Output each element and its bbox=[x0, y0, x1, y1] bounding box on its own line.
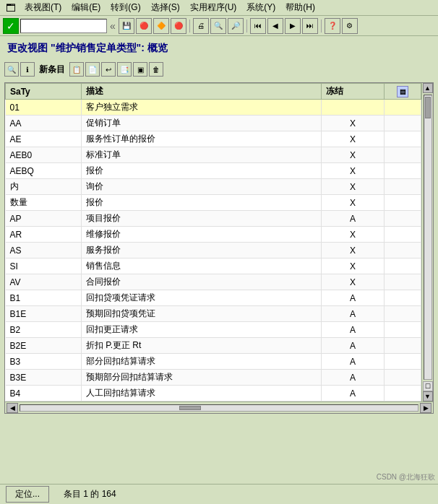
table-row[interactable]: B4人工回扣结算请求A bbox=[6, 386, 421, 401]
table-row[interactable]: AA促销订单X bbox=[6, 116, 421, 131]
cell-flag bbox=[385, 116, 421, 131]
cell-frozen: A bbox=[321, 386, 384, 401]
prev-button[interactable]: ◀ bbox=[267, 18, 283, 34]
file-menu-icon[interactable]: 🗔 bbox=[3, 2, 19, 14]
nav-prev-icon[interactable]: « bbox=[110, 20, 116, 32]
table-row[interactable]: B2E折扣 P.更正 RtA bbox=[6, 338, 421, 354]
shortcut1-button[interactable]: 🔴 bbox=[136, 18, 152, 34]
menu-help[interactable]: 帮助(H) bbox=[281, 1, 319, 14]
cell-desc: 回扣更正请求 bbox=[81, 322, 321, 338]
separator1 bbox=[189, 19, 190, 32]
cell-frozen: X bbox=[321, 195, 384, 211]
cell-flag bbox=[385, 338, 421, 354]
table-row[interactable]: AR维修报价X bbox=[6, 227, 421, 243]
menu-utilities[interactable]: 实用程序(U) bbox=[186, 1, 241, 14]
table-row[interactable]: 数量报价X bbox=[6, 195, 421, 211]
page-title: 更改视图 "维护销售定单类型": 概览 bbox=[4, 40, 434, 56]
horizontal-scrollbar[interactable]: ◀ ▶ bbox=[5, 401, 433, 413]
scroll-track[interactable] bbox=[424, 95, 432, 380]
cell-saty: AR bbox=[6, 227, 82, 243]
horiz-scroll-thumb[interactable] bbox=[179, 406, 201, 410]
vertical-scrollbar[interactable]: ▲ ☐ ▼ bbox=[421, 83, 433, 401]
table-row[interactable]: B1E预期回扣贷项凭证A bbox=[6, 306, 421, 322]
table-row[interactable]: SI销售信息X bbox=[6, 258, 421, 274]
cell-flag bbox=[385, 370, 421, 386]
cell-saty: B3E bbox=[6, 370, 82, 386]
undo-button[interactable]: ↩ bbox=[101, 62, 116, 77]
new-entry-label[interactable]: 新条目 bbox=[39, 64, 65, 76]
next-button[interactable]: ▶ bbox=[285, 18, 301, 34]
info-button[interactable]: ℹ bbox=[20, 62, 35, 77]
cell-desc: 维修报价 bbox=[81, 227, 321, 243]
first-button[interactable]: ⏮ bbox=[250, 18, 266, 34]
delete-button[interactable]: 🗑 bbox=[149, 62, 163, 77]
table-row[interactable]: AE服务性订单的报价X bbox=[6, 131, 421, 147]
find-next-button[interactable]: 🔎 bbox=[228, 18, 244, 34]
cell-frozen: A bbox=[321, 370, 384, 386]
table-row[interactable]: AEBQ报价X bbox=[6, 163, 421, 179]
menu-goto[interactable]: 转到(G) bbox=[106, 1, 145, 14]
table-row[interactable]: AV合同报价X bbox=[6, 274, 421, 290]
menu-select[interactable]: 选择(S) bbox=[147, 1, 184, 14]
table-row[interactable]: 01客户独立需求 bbox=[6, 100, 421, 116]
table-row[interactable]: AP项目报价A bbox=[6, 211, 421, 227]
col-flag[interactable]: ▤ bbox=[385, 84, 421, 100]
cell-desc: 服务性订单的报价 bbox=[81, 131, 321, 147]
save-toolbar-button[interactable]: 💾 bbox=[119, 18, 134, 34]
cell-frozen: X bbox=[321, 179, 384, 195]
scroll-check: ☐ bbox=[423, 381, 433, 391]
cell-saty: B2E bbox=[6, 338, 82, 354]
copy-button[interactable]: 📋 bbox=[69, 62, 84, 77]
menu-view[interactable]: 表视图(T) bbox=[20, 1, 66, 14]
cell-saty: AS bbox=[6, 243, 82, 258]
copy2-button[interactable]: 📄 bbox=[85, 62, 100, 77]
ref-button[interactable]: 📑 bbox=[117, 62, 132, 77]
print-button[interactable]: 🖨 bbox=[193, 18, 209, 34]
scroll-right-button[interactable]: ▶ bbox=[420, 403, 431, 413]
scroll-thumb[interactable] bbox=[425, 97, 431, 118]
scroll-left-button[interactable]: ◀ bbox=[7, 403, 18, 413]
last-button[interactable]: ⏭ bbox=[302, 18, 318, 34]
table-row[interactable]: 内询价X bbox=[6, 179, 421, 195]
main-toolbar: ✓ « 💾 🔴 🔶 🔴 🖨 🔍 🔎 ⏮ ◀ ▶ ⏭ ❓ ⚙ bbox=[0, 16, 438, 36]
col-desc: 描述 bbox=[81, 84, 321, 100]
find-button[interactable]: 🔍 bbox=[210, 18, 226, 34]
menu-system[interactable]: 系统(Y) bbox=[242, 1, 280, 14]
position-button[interactable]: 定位... bbox=[6, 486, 49, 503]
help-toolbar-button[interactable]: ❓ bbox=[325, 18, 340, 34]
scroll-down-button[interactable]: ▼ bbox=[423, 391, 433, 401]
menu-edit[interactable]: 编辑(E) bbox=[67, 1, 105, 14]
table-wrapper: SaTy 描述 冻结 ▤ 01客户独立需求AA促销订单XAE服务性订单的报价XA… bbox=[5, 83, 433, 401]
table-header: SaTy 描述 冻结 ▤ bbox=[6, 84, 421, 100]
column-settings-icon[interactable]: ▤ bbox=[397, 86, 408, 97]
shortcut3-button[interactable]: 🔴 bbox=[171, 18, 186, 34]
command-input[interactable] bbox=[20, 19, 107, 33]
confirm-button[interactable]: ✓ bbox=[3, 18, 19, 34]
table-row[interactable]: B2回扣更正请求A bbox=[6, 322, 421, 338]
cell-frozen: A bbox=[321, 290, 384, 306]
cell-frozen: A bbox=[321, 211, 384, 227]
table-row[interactable]: B3E预期部分回扣结算请求A bbox=[6, 370, 421, 386]
cell-flag bbox=[385, 290, 421, 306]
horiz-scroll-track[interactable] bbox=[20, 404, 418, 412]
details-button[interactable]: 🔍 bbox=[4, 62, 19, 77]
table-row[interactable]: AS服务报价X bbox=[6, 243, 421, 258]
shortcut2-button[interactable]: 🔶 bbox=[153, 18, 169, 34]
menu-bar: 🗔 表视图(T) 编辑(E) 转到(G) 选择(S) 实用程序(U) 系统(Y)… bbox=[0, 0, 438, 16]
cell-desc: 部分回扣结算请求 bbox=[81, 354, 321, 370]
cell-saty: B2 bbox=[6, 322, 82, 338]
cell-flag bbox=[385, 322, 421, 338]
cell-desc: 销售信息 bbox=[81, 258, 321, 274]
cell-frozen: X bbox=[321, 163, 384, 179]
main-area: 更改视图 "维护销售定单类型": 概览 🔍 ℹ 新条目 📋 📄 ↩ 📑 ▣ 🗑 … bbox=[0, 36, 438, 504]
settings-button[interactable]: ⚙ bbox=[342, 18, 358, 34]
cell-desc: 报价 bbox=[81, 195, 321, 211]
cell-desc: 促销订单 bbox=[81, 116, 321, 131]
cell-desc: 预期回扣贷项凭证 bbox=[81, 306, 321, 322]
scroll-up-button[interactable]: ▲ bbox=[423, 83, 433, 93]
table-row[interactable]: B3部分回扣结算请求A bbox=[6, 354, 421, 370]
cell-flag bbox=[385, 274, 421, 290]
check-button[interactable]: ▣ bbox=[133, 62, 147, 77]
table-row[interactable]: B1回扣贷项凭证请求A bbox=[6, 290, 421, 306]
table-row[interactable]: AEB0标准订单X bbox=[6, 147, 421, 163]
